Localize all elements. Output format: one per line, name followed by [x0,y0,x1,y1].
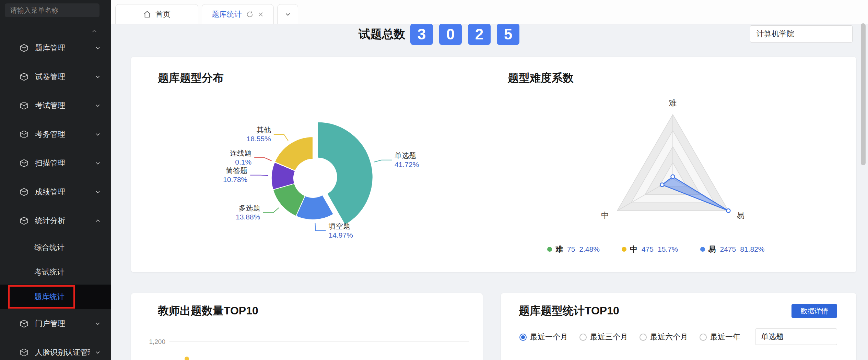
chevron-up-icon [94,217,101,224]
cube-icon [19,187,29,197]
sidebar-item-exam-paper[interactable]: 试卷管理 [0,62,111,91]
sidebar-item-label: 扫描管理 [35,158,90,168]
sidebar-item-comprehensive-stats[interactable]: 综合统计 [0,235,111,260]
chevron-down-icon [284,11,292,18]
radio-label: 最近三个月 [590,332,628,342]
chevron-down-icon [94,45,101,51]
difficulty-radar-chart[interactable]: 难易中 [131,57,856,272]
teacher-top10-card: 教师出题数量TOP10 1,200 [131,293,483,360]
chevron-down-icon [94,73,101,80]
legend-item-easy[interactable]: 易 2475 81.82% [700,244,765,254]
sidebar-item-statistics[interactable]: 统计分析 [0,206,111,235]
total-questions-counter: 3 0 2 5 [410,24,519,45]
question-type-select[interactable]: 单选题 [755,328,837,345]
cube-icon [19,319,29,328]
chevron-down-icon [94,189,101,195]
submenu-item-label: 题库统计 [34,292,64,302]
statistics-submenu: 综合统计 考试统计 题库统计 [0,235,111,309]
y-axis-tick: 1,200 [140,338,165,346]
cube-icon [19,101,29,110]
radio-last-year[interactable]: 最近一年 [700,332,740,342]
radio-circle [579,334,587,341]
legend-count: 75 [567,245,575,253]
type-top10-title: 题库题型统计TOP10 [519,303,619,319]
radar-chart-title: 题型难度系数 [508,71,574,86]
vertical-scrollbar-thumb[interactable] [861,23,866,165]
counter-digit: 2 [468,24,491,45]
sidebar-item-portal-mgmt[interactable]: 门户管理 [0,309,111,338]
radio-circle [640,334,647,341]
tab-label: 题库统计 [212,9,242,20]
home-icon [143,10,151,19]
sidebar-item-label: 试卷管理 [35,72,90,82]
menu-search[interactable] [5,3,99,17]
legend-name: 易 [708,244,716,254]
college-filter-select[interactable]: 计算机学院 [750,25,853,43]
svg-text:难: 难 [669,98,677,107]
sidebar-item-face-recognition[interactable]: 人脸识别认证管理 [0,338,111,360]
legend-percent: 2.48% [579,245,600,253]
sidebar-item-exam-affairs[interactable]: 考务管理 [0,120,111,149]
radio-label: 最近一个月 [530,332,568,342]
svg-text:中: 中 [601,211,609,220]
close-icon[interactable] [258,11,264,17]
time-range-radio-group: 最近一个月 最近三个月 最近六个月 最近一年 [519,329,740,345]
radio-circle [700,334,707,341]
sidebar-item-question-bank-stats[interactable]: 题库统计 [0,285,111,309]
data-point-marker [185,357,189,360]
sidebar-item-exam-stats[interactable]: 考试统计 [0,260,111,285]
tab-options-dropdown[interactable] [277,4,298,24]
sidebar-item-label: 门户管理 [35,319,90,329]
sidebar-item-question-bank[interactable]: 题库管理 [0,34,111,62]
sidebar-item-exam-mgmt[interactable]: 考试管理 [0,91,111,120]
svg-text:易: 易 [737,211,744,220]
radio-label: 最近一年 [710,332,740,342]
legend-count: 475 [642,245,654,253]
sidebar: 题库管理 试卷管理 考试管理 考务管理 扫描管理 成绩管理 [0,0,111,360]
legend-item-medium[interactable]: 中 475 15.7% [622,244,678,254]
tab-home[interactable]: 首页 [115,4,198,24]
submenu-item-label: 考试统计 [34,267,64,277]
sidebar-item-label: 考务管理 [35,129,90,140]
tab-label: 首页 [155,9,171,20]
cube-icon [19,130,29,139]
radio-last-6-months[interactable]: 最近六个月 [640,332,688,342]
cube-icon [19,72,29,82]
main-content: 试题总数 3 0 2 5 计算机学院 题库题型分布 题型难度系数 单选题41.7… [111,24,868,360]
sidebar-item-scan-mgmt[interactable]: 扫描管理 [0,149,111,178]
legend-percent: 81.82% [740,245,764,253]
legend-dot [700,247,705,252]
counter-digit: 0 [439,24,462,45]
sidebar-menu: 题库管理 试卷管理 考试管理 考务管理 扫描管理 成绩管理 [0,34,111,360]
chevron-down-icon [94,102,101,109]
sidebar-item-label: 考试管理 [35,100,90,111]
counter-digit: 3 [410,24,433,45]
menu-search-input[interactable] [10,6,102,15]
tab-question-bank-stats[interactable]: 题库统计 [202,4,274,24]
sidebar-item-score-mgmt[interactable]: 成绩管理 [0,178,111,206]
chevron-down-icon [94,320,101,327]
sidebar-item-label: 人脸识别认证管理 [35,347,90,358]
legend-dot [547,247,552,252]
gridline [169,341,469,342]
cube-icon [19,216,29,226]
sidebar-item-label: 统计分析 [35,216,90,226]
charts-card: 题库题型分布 题型难度系数 单选题41.72%填空题14.97%多选题13.88… [131,57,856,272]
radio-last-3-months[interactable]: 最近三个月 [579,332,628,342]
teacher-top10-title: 教师出题数量TOP10 [158,303,258,319]
total-questions-label: 试题总数 [359,24,405,45]
legend-name: 中 [630,244,637,254]
chevron-down-icon [94,349,101,356]
legend-percent: 15.7% [658,245,678,253]
radio-last-month[interactable]: 最近一个月 [519,332,568,342]
sidebar-item-label: 成绩管理 [35,187,90,197]
cube-icon [19,158,29,168]
radio-circle [519,334,527,341]
sidebar-item-label: 题库管理 [35,43,90,53]
legend-item-hard[interactable]: 难 75 2.48% [547,244,600,254]
radio-label: 最近六个月 [650,332,688,342]
refresh-icon[interactable] [246,11,254,18]
counter-digit: 5 [497,24,519,45]
data-detail-button[interactable]: 数据详情 [791,304,837,318]
chevron-down-icon [94,131,101,138]
